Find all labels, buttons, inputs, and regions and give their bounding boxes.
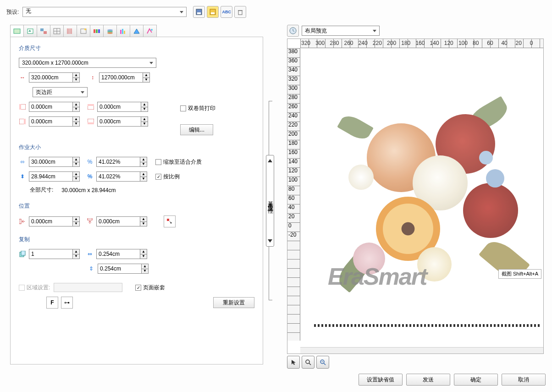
svg-point-44 bbox=[306, 360, 309, 364]
job-w-input[interactable]: ▲▼ bbox=[29, 157, 80, 167]
dual-roll-label: 双卷筒打印 bbox=[188, 105, 215, 112]
pos-x-input[interactable]: ▲▼ bbox=[29, 216, 80, 226]
preset-dropdown[interactable]: 无 bbox=[22, 7, 187, 17]
svg-rect-37 bbox=[19, 219, 21, 224]
reset-button[interactable]: 重新设置 bbox=[213, 297, 254, 308]
region-label: 区域设置: bbox=[27, 284, 50, 292]
tool-tabs bbox=[10, 25, 156, 37]
margin-left-input[interactable]: ▲▼ bbox=[29, 102, 80, 112]
copies-count-input[interactable]: ▲▼ bbox=[29, 249, 80, 259]
media-size-combo[interactable]: 320.000cm x 12700.000cm bbox=[19, 58, 156, 68]
clock-icon[interactable] bbox=[287, 25, 299, 37]
margin-top-input[interactable]: ▲▼ bbox=[97, 102, 148, 112]
tab-4[interactable] bbox=[50, 25, 64, 37]
proportional-label: 按比例 bbox=[163, 173, 180, 181]
link-button[interactable]: ⊶ bbox=[61, 297, 73, 309]
svg-point-24 bbox=[107, 32, 113, 34]
tab-1[interactable] bbox=[10, 25, 24, 37]
delete-icon[interactable] bbox=[234, 6, 246, 18]
pct-icon: % bbox=[86, 173, 94, 180]
media-height-input[interactable]: ▲▼ bbox=[99, 72, 150, 83]
ruler-vertical: 3803603403203002802602402202001801601401… bbox=[287, 48, 300, 341]
tab-8[interactable] bbox=[103, 25, 117, 37]
svg-rect-38 bbox=[88, 218, 92, 220]
margin-combo-value: 页边距 bbox=[36, 88, 52, 96]
job-h-icon: ⬍ bbox=[19, 173, 26, 180]
dual-roll-checkbox[interactable] bbox=[180, 105, 186, 111]
margin-right-icon bbox=[19, 118, 26, 125]
collapse-handle[interactable]: 基本作业属性 bbox=[266, 37, 275, 364]
media-size-value: 320.000cm x 12700.000cm bbox=[22, 60, 88, 66]
tab-3[interactable] bbox=[37, 25, 50, 37]
job-section-title: 作业大小 bbox=[19, 144, 254, 151]
ruler-horizontal: 3203002802602402202001801601401201008060… bbox=[300, 39, 543, 48]
margin-combo[interactable]: 页边距 bbox=[33, 87, 88, 97]
svg-rect-6 bbox=[14, 29, 20, 33]
svg-rect-27 bbox=[124, 31, 125, 34]
job-hpct-input[interactable]: ▲▼ bbox=[96, 171, 147, 182]
nest-label: 页面嵌套 bbox=[143, 284, 165, 292]
tab-11[interactable] bbox=[143, 25, 157, 37]
pos-section-title: 位置 bbox=[19, 202, 254, 210]
margin-bot-input[interactable]: ▲▼ bbox=[97, 116, 148, 127]
send-button[interactable]: 发送 bbox=[406, 374, 450, 386]
full-size-label: 全部尺寸: bbox=[30, 186, 53, 194]
svg-rect-8 bbox=[40, 28, 44, 31]
svg-rect-21 bbox=[98, 29, 100, 33]
svg-rect-9 bbox=[44, 31, 47, 34]
pos-y-input[interactable]: ▲▼ bbox=[96, 216, 147, 226]
job-h-input[interactable]: ▲▼ bbox=[29, 171, 80, 182]
save-icon[interactable] bbox=[193, 6, 205, 18]
tab-5[interactable] bbox=[63, 25, 77, 37]
vgap-icon: ⇕ bbox=[88, 265, 95, 272]
media-section-title: 介质尺寸 bbox=[19, 44, 254, 52]
cancel-button[interactable]: 取消 bbox=[502, 374, 546, 386]
svg-rect-3 bbox=[211, 12, 215, 14]
pos-y-icon bbox=[86, 218, 94, 225]
zoom-fit-tool[interactable] bbox=[316, 356, 329, 369]
preset-label: 预设: bbox=[6, 8, 19, 16]
height-icon: ↕ bbox=[89, 74, 96, 81]
job-wpct-icon: % bbox=[86, 158, 94, 166]
svg-point-28 bbox=[151, 29, 153, 31]
f-button[interactable]: F bbox=[46, 297, 58, 309]
svg-rect-32 bbox=[88, 104, 94, 106]
abc-icon[interactable]: ABC bbox=[221, 6, 232, 18]
set-default-button[interactable]: 设置缺省值 bbox=[359, 374, 403, 386]
preset-value: 无 bbox=[26, 8, 31, 14]
svg-rect-42 bbox=[21, 251, 25, 255]
media-width-input[interactable]: ▲▼ bbox=[29, 72, 80, 83]
ok-button[interactable]: 确定 bbox=[454, 374, 498, 386]
tab-7[interactable] bbox=[90, 25, 104, 37]
proportional-checkbox[interactable]: ✓ bbox=[155, 174, 161, 180]
svg-rect-39 bbox=[167, 219, 169, 221]
svg-rect-1 bbox=[197, 12, 201, 14]
hgap-input[interactable]: ▲▼ bbox=[96, 249, 147, 259]
job-w-icon: ⬄ bbox=[19, 158, 26, 166]
svg-rect-20 bbox=[96, 29, 98, 33]
tab-9[interactable] bbox=[116, 25, 130, 37]
zoom-tool[interactable] bbox=[302, 356, 315, 369]
tab-2[interactable] bbox=[23, 25, 37, 37]
edit-button[interactable]: 编辑... bbox=[180, 124, 213, 135]
pos-origin-button[interactable] bbox=[164, 215, 176, 227]
region-input bbox=[54, 283, 122, 292]
nest-checkbox[interactable]: ✓ bbox=[135, 285, 141, 291]
svg-point-18 bbox=[84, 28, 86, 30]
svg-rect-26 bbox=[122, 29, 123, 34]
vgap-input[interactable]: ▲▼ bbox=[98, 264, 149, 274]
margin-right-input[interactable]: ▲▼ bbox=[29, 116, 80, 127]
preview-mode-dropdown[interactable]: 布局预览 bbox=[302, 26, 380, 36]
vert-label: 基本作业属性 bbox=[266, 197, 274, 205]
preview-canvas: 3203002802602402202001801601401201008060… bbox=[287, 39, 544, 354]
full-size-value: 30.000cm x 28.944cm bbox=[61, 187, 116, 193]
pointer-tool[interactable] bbox=[287, 356, 300, 369]
tab-6[interactable] bbox=[77, 25, 90, 37]
fit-media-checkbox[interactable] bbox=[155, 159, 161, 165]
fit-media-label: 缩放至适合介质 bbox=[163, 158, 202, 166]
region-checkbox bbox=[19, 285, 25, 291]
scrollbar-horizontal[interactable] bbox=[300, 347, 543, 353]
job-wpct-input[interactable]: ▲▼ bbox=[96, 157, 147, 167]
save-as-icon[interactable] bbox=[207, 6, 219, 18]
tab-10[interactable] bbox=[130, 25, 144, 37]
